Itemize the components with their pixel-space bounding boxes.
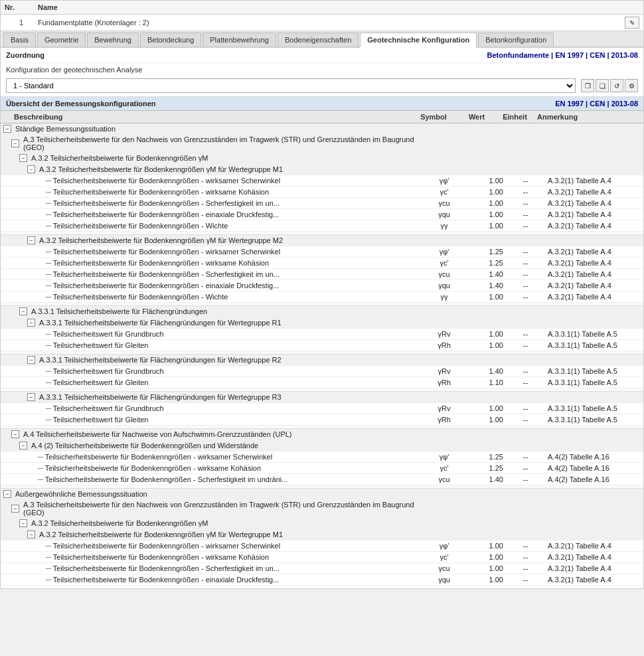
leaf-row: ─Teilsicherheitsbeiwerte für Bodenkenngr… <box>1 175 643 187</box>
section-row[interactable]: −A.3 Teilsicherheitsbeiwerte für den Nac… <box>1 500 643 518</box>
wert-cell: 1.40 <box>467 367 507 375</box>
tree-table[interactable]: −Ständige Bemessungssituation−A.3 Teilsi… <box>1 123 643 588</box>
tab-bodeneigenschaften[interactable]: Bodeneigenschaften <box>278 33 359 46</box>
column-header: Nr. Name <box>1 1 643 15</box>
anmerkung-cell: A.3.2(1) Tabelle A.4 <box>544 270 643 278</box>
einheit-cell: -- <box>507 270 544 278</box>
tab-betondeckung[interactable]: Betondeckung <box>140 33 201 46</box>
symbol-cell: γc' <box>421 259 467 267</box>
expand-button[interactable]: − <box>27 236 35 244</box>
section-row[interactable]: −A.3.2 Teilsicherheitsbeiwerte für Boden… <box>1 518 643 529</box>
desc-cell: ─Teilsicherheitsbeiwerte für Bodenkenngr… <box>1 463 421 473</box>
wert-cell: 1.00 <box>467 416 507 424</box>
th-wert: Wert <box>457 113 497 121</box>
section-row[interactable]: −A.3.2 Teilsicherheitsbeiwerte für Boden… <box>1 235 643 246</box>
tab-geometrie[interactable]: Geometrie <box>37 33 86 46</box>
config-select[interactable]: 1 - Standard <box>6 78 576 93</box>
row-text: A.3.3.1 Teilsicherheitsbeiwerte für Fläc… <box>39 356 282 364</box>
einheit-cell: -- <box>507 564 544 572</box>
expand-button[interactable]: − <box>19 442 27 450</box>
copy-icon[interactable]: ❐ <box>581 79 594 92</box>
row-nr: 1 <box>5 19 38 27</box>
row-text: Teilsicherheitsbeiwerte für Bodenkenngrö… <box>53 553 269 561</box>
symbol-cell: γφ' <box>421 177 467 185</box>
section-row[interactable]: −A.3.3.1 Teilsicherheitsbeiwerte für Flä… <box>1 317 643 329</box>
section-row[interactable]: −A.3.2 Teilsicherheitsbeiwerte für Boden… <box>1 529 643 540</box>
symbol-cell: γcu <box>421 270 467 278</box>
zuordnung-label: Zuordnung <box>6 51 44 59</box>
section-row[interactable]: −A.3.3.1 Teilsicherheitsbeiwerte für Flä… <box>1 306 643 317</box>
row-text: Teilsicherheitsbeiwerte für Bodenkenngrö… <box>53 259 269 267</box>
section-row[interactable]: −A.3.2 Teilsicherheitsbeiwerte für Boden… <box>1 153 643 164</box>
section-row[interactable]: −A.3.2 Teilsicherheitsbeiwerte für Boden… <box>1 164 643 175</box>
expand-button[interactable]: − <box>27 393 35 401</box>
expand-button[interactable]: − <box>27 165 35 173</box>
anmerkung-cell: A.3.2(1) Tabelle A.4 <box>544 188 643 196</box>
tab-betonkonfiguration[interactable]: Betonkonfiguration <box>478 33 554 46</box>
section-row[interactable]: −Außergewöhnliche Bemessungssituation <box>1 489 643 500</box>
wert-cell: 1.00 <box>467 576 507 584</box>
leaf-row: ─Teilsicherheitswert für GrundbruchγRv1.… <box>1 403 643 414</box>
expand-button[interactable]: − <box>11 430 19 438</box>
expand-button[interactable]: − <box>3 490 11 498</box>
row-text: Teilsicherheitsbeiwerte für Bodenkenngrö… <box>53 542 280 550</box>
tab-bewehrung[interactable]: Bewehrung <box>87 33 139 46</box>
row-text: A.3.2 Teilsicherheitsbeiwerte für Bodenk… <box>31 154 208 162</box>
anmerkung-cell: A.3.2(1) Tabelle A.4 <box>544 587 643 588</box>
anmerkung-cell: A.3.3.1(1) Tabelle A.5 <box>544 341 643 349</box>
desc-cell: ─Teilsicherheitsbeiwerte für Bodenkenngr… <box>1 281 421 290</box>
anmerkung-cell: A.3.3.1(1) Tabelle A.5 <box>544 367 643 375</box>
symbol-cell: γcu <box>421 475 467 483</box>
wert-cell: 1.40 <box>467 282 507 289</box>
expand-button[interactable]: − <box>27 319 35 327</box>
leaf-row: ─Teilsicherheitsbeiwerte für Bodenkenngr… <box>1 246 643 258</box>
row-text: A.3.3.1 Teilsicherheitsbeiwerte für Fläc… <box>31 307 207 315</box>
paste-icon[interactable]: ❑ <box>596 79 609 92</box>
leaf-row: ─Teilsicherheitswert für GrundbruchγRv1.… <box>1 329 643 340</box>
row-text: A.4 (2) Teilsicherheitsbeiwerte für Bode… <box>31 442 258 450</box>
reset-icon[interactable]: ↺ <box>610 79 623 92</box>
section-row[interactable]: −A.3 Teilsicherheitsbeiwerte für den Nac… <box>1 135 643 153</box>
einheit-cell: -- <box>507 222 544 230</box>
expand-button[interactable]: − <box>19 307 27 315</box>
symbol-cell: γc' <box>421 464 467 472</box>
wert-cell: 1.40 <box>467 270 507 278</box>
expand-button[interactable]: − <box>11 139 19 147</box>
data-row: 1 Fundamentplatte (Knotenlager : 2) ✎ <box>1 15 643 31</box>
einheit-cell: -- <box>507 341 544 349</box>
edit-button[interactable]: ✎ <box>625 17 639 29</box>
section-row[interactable]: −Ständige Bemessungssituation <box>1 123 643 135</box>
desc-cell: −A.4 (2) Teilsicherheitsbeiwerte für Bod… <box>1 441 421 450</box>
section-row[interactable]: −A.3.3.1 Teilsicherheitsbeiwerte für Flä… <box>1 392 643 403</box>
anmerkung-cell: A.3.2(1) Tabelle A.4 <box>544 576 643 584</box>
leaf-row: ─Teilsicherheitswert für GleitenγRh1.00-… <box>1 414 643 426</box>
row-text: Teilsicherheitswert für Grundbruch <box>53 367 164 375</box>
zuordnung-row: Zuordnung Betonfundamente | EN 1997 | CE… <box>1 48 643 63</box>
tab-geotechnische-konfiguration[interactable]: Geotechnische Konfiguration <box>360 33 477 48</box>
section-row[interactable]: −A.3.3.1 Teilsicherheitsbeiwerte für Flä… <box>1 355 643 366</box>
section-row[interactable]: −A.4 (2) Teilsicherheitsbeiwerte für Bod… <box>1 440 643 451</box>
desc-cell: ─Teilsicherheitsbeiwerte für Bodenkenngr… <box>1 452 421 461</box>
tab-plattenbewehrung[interactable]: Plattenbewehrung <box>202 33 276 46</box>
anmerkung-cell: A.3.2(1) Tabelle A.4 <box>544 210 643 218</box>
expand-button[interactable]: − <box>19 154 27 162</box>
section-row[interactable]: −A.4 Teilsicherheitsbeiwerte für Nachwei… <box>1 429 643 440</box>
expand-button[interactable]: − <box>3 125 11 133</box>
wert-cell: 1.25 <box>467 453 507 461</box>
wert-cell: 1.10 <box>467 378 507 386</box>
row-text: Teilsicherheitsbeiwerte für Bodenkenngrö… <box>45 453 272 461</box>
row-text: Teilsicherheitsbeiwerte für Bodenkenngrö… <box>53 587 228 588</box>
anmerkung-cell: A.4(2) Tabelle A.16 <box>544 464 643 472</box>
tab-basis[interactable]: Basis <box>3 33 36 46</box>
row-text: Teilsicherheitsbeiwerte für Bodenkenngrö… <box>53 293 228 301</box>
settings-icon[interactable]: ⚙ <box>625 79 638 92</box>
expand-button[interactable]: − <box>11 505 19 513</box>
desc-cell: ─Teilsicherheitsbeiwerte für Bodenkenngr… <box>1 221 421 230</box>
expand-button[interactable]: − <box>27 531 35 538</box>
anmerkung-cell: A.3.3.1(1) Tabelle A.5 <box>544 378 643 386</box>
einheit-cell: -- <box>507 177 544 185</box>
expand-button[interactable]: − <box>19 519 27 527</box>
row-text: Teilsicherheitsbeiwerte für Bodenkenngrö… <box>53 564 280 572</box>
expand-button[interactable]: − <box>27 356 35 364</box>
desc-cell: −A.3.2 Teilsicherheitsbeiwerte für Boden… <box>1 530 421 539</box>
